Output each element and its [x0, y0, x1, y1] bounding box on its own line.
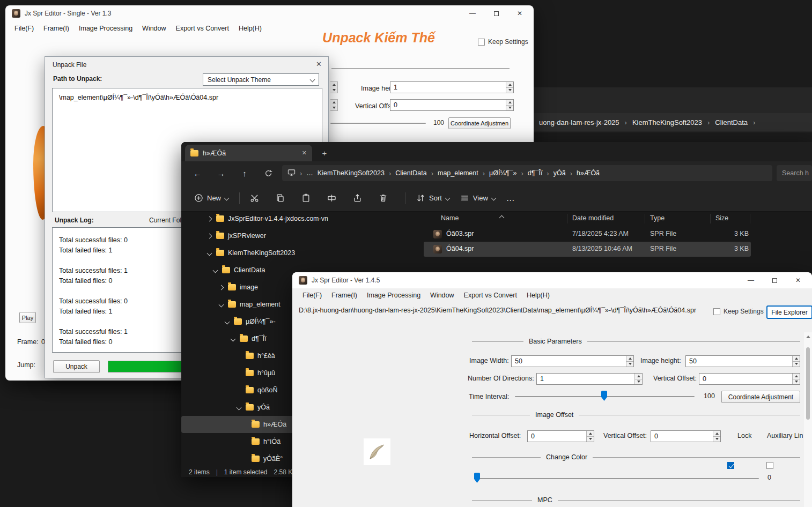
file-explorer-button[interactable]: File Explorer [766, 305, 812, 319]
address-bar[interactable]: › … KiemTheKingSoft2023 › ClientData › m… [282, 165, 772, 181]
unpack-button[interactable]: Unpack [53, 360, 100, 373]
explorer-tab[interactable]: h»ÆÓã ✕ [185, 145, 312, 161]
spinner-icon[interactable] [586, 431, 594, 442]
minimize-button[interactable]: — [461, 5, 484, 21]
chevron-right-icon[interactable] [206, 216, 212, 221]
close-button[interactable]: ✕ [786, 272, 810, 288]
breadcrumb-item[interactable]: ClientData [395, 169, 426, 177]
lock-checkbox[interactable] [727, 462, 734, 469]
column-divider[interactable] [750, 214, 750, 223]
coordinate-adjustment-button[interactable]: Coordinate Adjustmen [448, 117, 511, 129]
spinner-fragment[interactable] [330, 99, 338, 111]
breadcrumb-item[interactable]: ClientData [715, 118, 748, 126]
more-options-button[interactable]: … [501, 190, 520, 207]
view-button[interactable]: View [455, 190, 501, 206]
vertical-scrollbar[interactable] [803, 332, 812, 507]
new-tab-button[interactable]: + [318, 146, 331, 160]
keep-settings-checkbox[interactable]: Keep Settings [713, 308, 764, 315]
image-height-input[interactable]: 50 [685, 355, 800, 367]
back-button[interactable]: ← [186, 164, 209, 182]
chevron-down-icon[interactable] [224, 319, 230, 324]
breadcrumb-item[interactable]: KiemTheKingSoft2023 [318, 169, 385, 177]
breadcrumb-item[interactable]: h»ÆÓã [577, 169, 600, 177]
menu-image-processing[interactable]: Image Processing [74, 23, 137, 34]
breadcrumb-item[interactable]: µØÍ¼¶¯» [489, 169, 516, 177]
checkbox-icon[interactable] [713, 308, 720, 315]
sort-button[interactable]: Sort [411, 190, 455, 206]
menu-file[interactable]: File(F) [10, 23, 39, 34]
title-bar[interactable]: Jx Spr Editor - Single - Ver 1.3 — ✕ [5, 5, 534, 21]
spinner-icon[interactable] [713, 431, 720, 442]
close-icon[interactable]: ✕ [316, 60, 322, 68]
breadcrumb-item[interactable]: uong-dan-lam-res-jx-2025 [539, 118, 619, 126]
column-divider[interactable] [710, 214, 711, 223]
spinner-icon[interactable] [792, 356, 800, 367]
column-date-modified[interactable]: Date modified [572, 214, 614, 222]
file-row[interactable]: Óã03.spr 7/18/2025 4:23 AM SPR File 3 KB [424, 227, 751, 242]
spinner-icon[interactable] [634, 374, 642, 384]
title-bar[interactable]: Jx Spr Editor - Ver 1.4.5 — ✕ [292, 272, 812, 288]
chevron-down-icon[interactable] [206, 250, 212, 256]
spinner-icon[interactable] [792, 374, 800, 384]
forward-button[interactable]: → [209, 164, 233, 182]
menu-help[interactable]: Help(H) [234, 23, 267, 34]
menu-file[interactable]: File(F) [298, 290, 327, 301]
spinner-icon[interactable] [626, 356, 633, 367]
scrollbar-thumb[interactable] [806, 347, 810, 420]
tree-item[interactable]: JxSprEditor-v1.4.4-jxdocs.com-vn [181, 210, 422, 227]
menu-frame[interactable]: Frame(I) [39, 23, 74, 34]
spinner-fragment[interactable] [330, 81, 338, 93]
search-input[interactable]: Search h [777, 165, 812, 181]
unpack-theme-dropdown[interactable]: Select Unpack Theme [203, 73, 319, 86]
coordinate-adjustment-button[interactable]: Coordinate Adjustment [721, 391, 800, 403]
auxiliary-line-checkbox[interactable] [766, 462, 773, 469]
slider-thumb[interactable] [601, 391, 607, 401]
menu-export-vs-convert[interactable]: Export vs Convert [459, 290, 522, 301]
vertical-offset-input[interactable]: 0 [699, 373, 800, 385]
menu-help[interactable]: Help(H) [522, 290, 555, 301]
breadcrumb-item[interactable]: KiemTheKingSoft2023 [632, 118, 702, 126]
copy-icon[interactable] [271, 189, 289, 207]
chevron-right-icon[interactable] [206, 233, 212, 238]
cut-icon[interactable] [245, 189, 263, 207]
image-width-input[interactable]: 50 [511, 355, 634, 367]
slider-thumb[interactable] [474, 473, 480, 483]
breadcrumb-item[interactable]: d¶¯Îï [528, 169, 543, 177]
play-button[interactable]: Play [19, 312, 36, 323]
new-button[interactable]: New [189, 190, 234, 206]
change-color-slider[interactable] [475, 478, 759, 479]
menu-export-vs-convert[interactable]: Export vs Convert [171, 23, 234, 34]
share-icon[interactable] [348, 189, 366, 207]
horizontal-offset-input[interactable]: 0 [527, 430, 594, 442]
menu-window[interactable]: Window [425, 290, 459, 301]
chevron-down-icon[interactable] [230, 336, 235, 341]
tree-item[interactable]: jxSPRviewer [181, 227, 422, 244]
paste-icon[interactable] [297, 189, 315, 207]
vertical-offset-input[interactable]: 0 [390, 99, 514, 111]
chevron-down-icon[interactable] [236, 405, 241, 410]
chevron-down-icon[interactable] [212, 267, 218, 273]
sprite-preview[interactable] [364, 438, 390, 465]
chevron-down-icon[interactable] [218, 302, 224, 307]
tree-item[interactable]: KiemTheKingSoft2023 [181, 244, 422, 262]
keep-settings-checkbox[interactable]: Keep Settings [478, 38, 528, 46]
column-name[interactable]: Name [441, 214, 459, 222]
column-size[interactable]: Size [715, 214, 728, 222]
directions-input[interactable]: 1 [536, 373, 643, 385]
menu-window[interactable]: Window [137, 23, 171, 34]
up-button[interactable]: ↑ [233, 164, 256, 182]
scroll-up-icon[interactable] [806, 335, 810, 338]
minimize-button[interactable]: — [739, 272, 763, 288]
maximize-button[interactable] [484, 5, 508, 21]
rename-icon[interactable] [322, 189, 341, 207]
breadcrumb-item[interactable]: yÓã [553, 169, 566, 177]
menu-frame[interactable]: Frame(I) [327, 290, 362, 301]
vertical-offset-input[interactable]: 0 [651, 430, 721, 442]
refresh-icon[interactable] [256, 164, 280, 182]
breadcrumb-item[interactable]: map_element [438, 169, 478, 177]
breadcrumb-ellipsis[interactable]: … [306, 169, 313, 177]
checkbox-icon[interactable] [478, 39, 485, 46]
image-height-input[interactable]: 1 [390, 81, 514, 93]
maximize-button[interactable] [763, 272, 786, 288]
column-divider[interactable] [645, 214, 645, 223]
